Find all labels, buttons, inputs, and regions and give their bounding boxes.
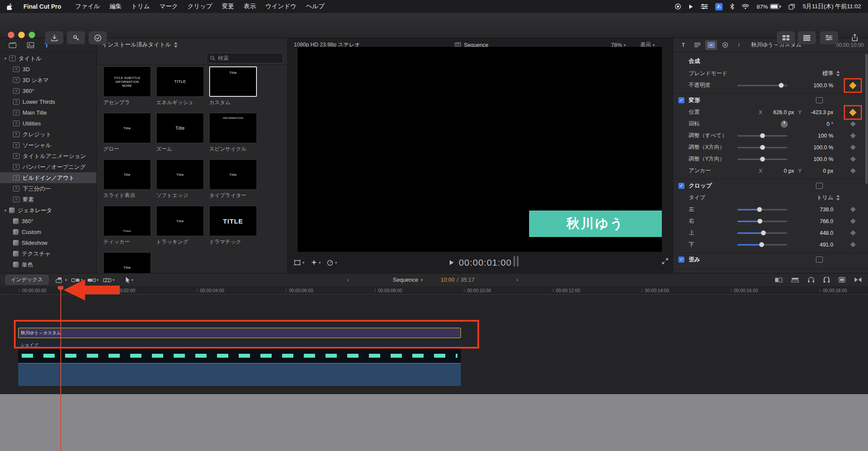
inspector-scrollbar[interactable] [865, 54, 868, 184]
crop-bottom-keyframe-button[interactable] [848, 240, 858, 250]
window-minimize-button[interactable] [18, 32, 25, 38]
menu-mark[interactable]: マーク [155, 3, 183, 10]
tab-video-inspector[interactable] [705, 40, 717, 50]
tab-text-inspector[interactable] [691, 40, 703, 50]
photos-audio-tab-icon[interactable] [27, 42, 34, 48]
rotation-value[interactable]: 0 ° [827, 121, 833, 127]
installed-titles-dropdown[interactable]: インストール済みタイトル [102, 41, 178, 49]
sidebar-item-utilities[interactable]: TUtilities [0, 118, 96, 129]
menu-trim[interactable]: トリム [126, 3, 155, 10]
play-button[interactable] [449, 260, 454, 266]
snapping-icon[interactable] [823, 277, 830, 283]
wifi-icon[interactable] [742, 4, 749, 9]
sidebar-item-main-title[interactable]: TMain Title [0, 107, 96, 118]
scale-all-slider[interactable] [737, 135, 787, 136]
scale-x-keyframe-button[interactable] [848, 143, 858, 152]
tab-info-inspector[interactable]: i [733, 40, 745, 50]
scale-y-slider[interactable] [737, 158, 787, 160]
lower-third-title-overlay[interactable]: 秋川ゆう [529, 211, 662, 237]
title-thumbnail-ticker[interactable]: Ticker ティッカー [103, 206, 151, 246]
position-y-field[interactable]: -423.3 px [806, 109, 833, 115]
sidebar-item-gen-slideshow[interactable]: Slideshow [0, 237, 96, 248]
title-thumbnail-slide-show[interactable]: Title スライド表示 [103, 159, 151, 199]
position-x-field[interactable]: 626.0 px [766, 109, 794, 115]
sidebar-item-gen-solid[interactable]: 単色 [0, 259, 96, 270]
crop-section-header[interactable]: ✓ クロップ [673, 179, 868, 192]
background-tasks-button[interactable] [89, 31, 107, 44]
fullscreen-icon[interactable] [662, 258, 668, 264]
position-keyframe-button[interactable] [848, 108, 858, 117]
title-thumbnail-typewriter[interactable]: Title タイプライター [209, 159, 257, 199]
audio-meters-toggle[interactable] [513, 256, 519, 267]
transform-checkbox[interactable]: ✓ [678, 97, 684, 103]
view-grid-button[interactable] [777, 31, 795, 44]
anchor-keyframe-button[interactable] [848, 166, 858, 176]
scale-x-value[interactable]: 100.0 % [813, 145, 833, 151]
sidebar-item-credits[interactable]: Tクレジット [0, 129, 96, 140]
sidebar-item-bumper-opening[interactable]: Tバンパー／オープニング [0, 161, 96, 172]
menu-modify[interactable]: 変更 [217, 3, 239, 10]
anchor-y-field[interactable]: 0 px [806, 168, 833, 174]
menu-bar-clock[interactable]: 5月11日(木) 午前11:02 [802, 3, 861, 10]
title-thumbnail-tracking[interactable]: Title トラッキング [156, 206, 204, 246]
opacity-value[interactable]: 100.0 % [813, 82, 833, 89]
search-input[interactable] [218, 55, 279, 61]
input-source-icon[interactable]: あ [715, 3, 723, 10]
effects-browser-icon[interactable] [838, 277, 845, 283]
timeline-ruler[interactable]: 00:00:00:00 00:00:02:00 00:00:04:00 00:0… [0, 286, 868, 295]
crop-checkbox[interactable]: ✓ [678, 183, 684, 189]
title-thumbnail-assembler[interactable]: TITLE SUBTITLE INFORMATION MORE アセンブラ [103, 66, 151, 106]
title-thumbnail-custom-selected[interactable]: Title カスタム [209, 66, 257, 106]
crop-onscreen-control-icon[interactable] [816, 183, 823, 189]
title-thumbnail-soft-edge[interactable]: Title ソフトエッジ [156, 159, 204, 199]
disclosure-triangle-icon[interactable]: ▾ [4, 56, 7, 61]
blend-mode-popup[interactable]: 標準 [822, 70, 840, 77]
title-thumbnail-glow[interactable]: Title グロー [103, 113, 151, 153]
rotation-keyframe-button[interactable] [848, 119, 858, 129]
opacity-slider[interactable] [737, 85, 787, 86]
sequence-selector[interactable]: Sequence▾ [393, 277, 423, 283]
sidebar-item-social[interactable]: Tソーシャル [0, 140, 96, 151]
crop-left-slider[interactable] [737, 209, 787, 210]
view-adjust-button[interactable] [820, 31, 838, 44]
tab-title-inspector[interactable]: T [677, 40, 689, 50]
crop-top-slider[interactable] [737, 232, 787, 234]
scale-all-keyframe-button[interactable] [848, 131, 858, 141]
crop-left-value[interactable]: 739.0 [820, 207, 833, 213]
distort-section-header[interactable]: ✓ 歪み [673, 253, 868, 266]
disclosure-triangle-icon[interactable]: ▾ [4, 208, 7, 213]
title-thumbnail-partial[interactable]: Title [103, 252, 151, 273]
viewer-canvas[interactable]: 秋川ゆう [298, 47, 662, 252]
clip-duration-icon[interactable] [775, 277, 783, 283]
shape-clip-audio-waveform[interactable] [18, 363, 461, 386]
generators-section-header[interactable]: ▾ ジェネレータ [0, 205, 96, 216]
crop-bottom-value[interactable]: 491.0 [820, 242, 833, 248]
menu-clip[interactable]: クリップ [183, 3, 217, 10]
crop-top-keyframe-button[interactable] [848, 228, 858, 238]
next-sequence-chevron[interactable]: › [516, 277, 518, 283]
sidebar-item-title-animation[interactable]: Tタイトルアニメーション [0, 151, 96, 161]
keywords-button[interactable] [67, 31, 85, 44]
bluetooth-icon[interactable] [730, 3, 734, 10]
clip-appearance-icon[interactable] [791, 277, 799, 283]
previous-sequence-chevron[interactable]: ‹ [347, 277, 349, 283]
menu-edit[interactable]: 編集 [105, 3, 126, 10]
scale-all-value[interactable]: 100 % [818, 133, 833, 139]
title-thumbnail-zoom[interactable]: Title ズーム [156, 113, 204, 153]
shape-clip-filmstrip[interactable] [18, 349, 461, 363]
timeline-index-button[interactable]: インデックス [5, 275, 49, 285]
screen-record-icon[interactable] [675, 3, 681, 10]
apple-menu-icon[interactable] [7, 3, 13, 10]
sidebar-item-3d[interactable]: T3D [0, 64, 96, 75]
crop-right-slider[interactable] [737, 221, 787, 222]
menu-help[interactable]: ヘルプ [301, 3, 329, 10]
distort-checkbox[interactable]: ✓ [678, 257, 684, 263]
anchor-x-field[interactable]: 0 px [766, 168, 794, 174]
control-center-icon[interactable] [701, 4, 708, 9]
search-field[interactable] [207, 53, 283, 63]
sidebar-item-gen-texture[interactable]: テクスチャ [0, 248, 96, 259]
spaces-icon[interactable] [789, 4, 795, 10]
sidebar-item-gen-custom[interactable]: Custom [0, 227, 96, 237]
tab-color-inspector[interactable] [719, 40, 731, 50]
play-status-icon[interactable] [688, 4, 694, 10]
